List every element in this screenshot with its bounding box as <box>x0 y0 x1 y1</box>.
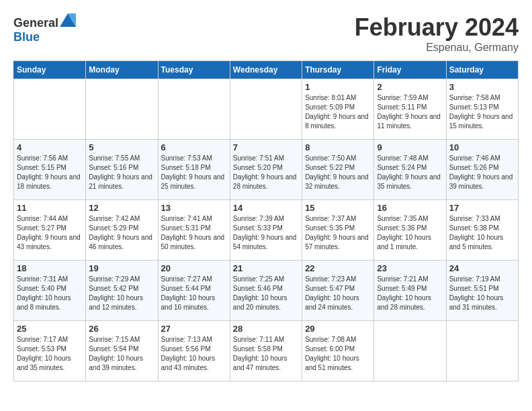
day-number: 27 <box>161 324 227 334</box>
calendar-week-row: 18Sunrise: 7:31 AMSunset: 5:40 PMDayligh… <box>14 261 519 321</box>
calendar-cell: 24Sunrise: 7:19 AMSunset: 5:51 PMDayligh… <box>446 261 518 321</box>
day-number: 19 <box>89 263 154 273</box>
day-number: 9 <box>377 142 443 152</box>
day-number: 28 <box>233 324 299 334</box>
day-number: 18 <box>17 263 83 273</box>
day-number: 20 <box>161 263 227 273</box>
day-info: Sunrise: 7:46 AMSunset: 5:26 PMDaylight:… <box>449 154 515 191</box>
month-year-title: February 2024 <box>355 13 519 42</box>
day-number: 1 <box>305 82 371 92</box>
calendar-cell: 4Sunrise: 7:56 AMSunset: 5:15 PMDaylight… <box>14 140 86 200</box>
calendar-cell: 25Sunrise: 7:17 AMSunset: 5:53 PMDayligh… <box>14 321 86 381</box>
day-number: 15 <box>305 203 371 213</box>
calendar-cell: 21Sunrise: 7:25 AMSunset: 5:46 PMDayligh… <box>230 261 302 321</box>
calendar-cell <box>446 321 518 381</box>
day-info: Sunrise: 7:31 AMSunset: 5:40 PMDaylight:… <box>17 275 83 312</box>
day-number: 14 <box>233 203 299 213</box>
calendar-week-row: 1Sunrise: 8:01 AMSunset: 5:09 PMDaylight… <box>14 79 519 140</box>
day-number: 13 <box>161 203 227 213</box>
day-info: Sunrise: 7:48 AMSunset: 5:24 PMDaylight:… <box>377 154 443 191</box>
logo-general: General <box>13 16 58 30</box>
weekday-header: Monday <box>86 61 158 79</box>
calendar-cell: 17Sunrise: 7:33 AMSunset: 5:38 PMDayligh… <box>446 200 518 261</box>
day-info: Sunrise: 7:58 AMSunset: 5:13 PMDaylight:… <box>449 93 515 131</box>
day-number: 7 <box>233 142 299 152</box>
calendar-cell: 18Sunrise: 7:31 AMSunset: 5:40 PMDayligh… <box>14 261 86 321</box>
weekday-header: Sunday <box>14 61 86 79</box>
day-info: Sunrise: 7:59 AMSunset: 5:11 PMDaylight:… <box>377 93 443 131</box>
day-info: Sunrise: 7:39 AMSunset: 5:33 PMDaylight:… <box>233 214 299 252</box>
weekday-header: Wednesday <box>230 61 302 79</box>
day-info: Sunrise: 7:19 AMSunset: 5:51 PMDaylight:… <box>449 275 515 312</box>
calendar-body: 1Sunrise: 8:01 AMSunset: 5:09 PMDaylight… <box>14 79 519 381</box>
calendar-cell: 16Sunrise: 7:35 AMSunset: 5:36 PMDayligh… <box>374 200 446 261</box>
calendar-cell: 10Sunrise: 7:46 AMSunset: 5:26 PMDayligh… <box>446 140 518 200</box>
day-info: Sunrise: 7:51 AMSunset: 5:20 PMDaylight:… <box>233 154 299 191</box>
calendar-week-row: 25Sunrise: 7:17 AMSunset: 5:53 PMDayligh… <box>14 321 519 381</box>
weekday-header: Friday <box>374 61 446 79</box>
calendar-week-row: 4Sunrise: 7:56 AMSunset: 5:15 PMDaylight… <box>14 140 519 200</box>
day-info: Sunrise: 7:35 AMSunset: 5:36 PMDaylight:… <box>377 214 443 252</box>
calendar-cell: 22Sunrise: 7:23 AMSunset: 5:47 PMDayligh… <box>302 261 374 321</box>
calendar-cell <box>230 79 302 140</box>
day-number: 11 <box>17 203 83 213</box>
logo-blue: Blue <box>13 30 40 44</box>
day-number: 24 <box>449 263 515 273</box>
day-info: Sunrise: 8:01 AMSunset: 5:09 PMDaylight:… <box>305 93 371 131</box>
calendar-cell: 14Sunrise: 7:39 AMSunset: 5:33 PMDayligh… <box>230 200 302 261</box>
day-info: Sunrise: 7:21 AMSunset: 5:49 PMDaylight:… <box>377 275 443 312</box>
day-info: Sunrise: 7:44 AMSunset: 5:27 PMDaylight:… <box>17 214 83 252</box>
day-number: 22 <box>305 263 371 273</box>
calendar-cell: 2Sunrise: 7:59 AMSunset: 5:11 PMDaylight… <box>374 79 446 140</box>
logo: General Blue <box>13 13 76 44</box>
day-info: Sunrise: 7:41 AMSunset: 5:31 PMDaylight:… <box>161 214 227 252</box>
logo-text: General Blue <box>13 13 76 44</box>
day-info: Sunrise: 7:42 AMSunset: 5:29 PMDaylight:… <box>89 214 154 252</box>
day-info: Sunrise: 7:11 AMSunset: 5:58 PMDaylight:… <box>233 335 299 373</box>
calendar-cell: 27Sunrise: 7:13 AMSunset: 5:56 PMDayligh… <box>158 321 230 381</box>
day-number: 29 <box>305 324 371 334</box>
calendar-table: SundayMondayTuesdayWednesdayThursdayFrid… <box>13 60 519 381</box>
day-number: 10 <box>449 142 515 152</box>
day-info: Sunrise: 7:17 AMSunset: 5:53 PMDaylight:… <box>17 335 83 373</box>
day-info: Sunrise: 7:37 AMSunset: 5:35 PMDaylight:… <box>305 214 371 252</box>
calendar-cell: 29Sunrise: 7:08 AMSunset: 6:00 PMDayligh… <box>302 321 374 381</box>
calendar-cell: 28Sunrise: 7:11 AMSunset: 5:58 PMDayligh… <box>230 321 302 381</box>
calendar-week-row: 11Sunrise: 7:44 AMSunset: 5:27 PMDayligh… <box>14 200 519 261</box>
calendar-cell: 12Sunrise: 7:42 AMSunset: 5:29 PMDayligh… <box>86 200 158 261</box>
calendar-header-row: SundayMondayTuesdayWednesdayThursdayFrid… <box>14 61 519 79</box>
calendar-cell: 1Sunrise: 8:01 AMSunset: 5:09 PMDaylight… <box>302 79 374 140</box>
day-info: Sunrise: 7:08 AMSunset: 6:00 PMDaylight:… <box>305 335 371 373</box>
calendar-cell: 3Sunrise: 7:58 AMSunset: 5:13 PMDaylight… <box>446 79 518 140</box>
calendar-cell: 8Sunrise: 7:50 AMSunset: 5:22 PMDaylight… <box>302 140 374 200</box>
weekday-header: Thursday <box>302 61 374 79</box>
day-number: 8 <box>305 142 371 152</box>
day-info: Sunrise: 7:50 AMSunset: 5:22 PMDaylight:… <box>305 154 371 191</box>
day-number: 5 <box>89 142 154 152</box>
location-subtitle: Espenau, Germany <box>355 42 519 54</box>
calendar-cell: 6Sunrise: 7:53 AMSunset: 5:18 PMDaylight… <box>158 140 230 200</box>
day-number: 4 <box>17 142 83 152</box>
day-number: 16 <box>377 203 443 213</box>
calendar-cell: 7Sunrise: 7:51 AMSunset: 5:20 PMDaylight… <box>230 140 302 200</box>
day-number: 17 <box>449 203 515 213</box>
day-info: Sunrise: 7:53 AMSunset: 5:18 PMDaylight:… <box>161 154 227 191</box>
day-number: 2 <box>377 82 443 92</box>
day-info: Sunrise: 7:33 AMSunset: 5:38 PMDaylight:… <box>449 214 515 252</box>
day-number: 6 <box>161 142 227 152</box>
day-info: Sunrise: 7:27 AMSunset: 5:44 PMDaylight:… <box>161 275 227 312</box>
calendar-cell <box>158 79 230 140</box>
day-number: 12 <box>89 203 154 213</box>
calendar-cell: 20Sunrise: 7:27 AMSunset: 5:44 PMDayligh… <box>158 261 230 321</box>
calendar-cell: 19Sunrise: 7:29 AMSunset: 5:42 PMDayligh… <box>86 261 158 321</box>
day-info: Sunrise: 7:56 AMSunset: 5:15 PMDaylight:… <box>17 154 83 191</box>
calendar-cell <box>374 321 446 381</box>
day-info: Sunrise: 7:55 AMSunset: 5:16 PMDaylight:… <box>89 154 154 191</box>
weekday-header: Saturday <box>446 61 518 79</box>
day-info: Sunrise: 7:25 AMSunset: 5:46 PMDaylight:… <box>233 275 299 312</box>
calendar-cell: 5Sunrise: 7:55 AMSunset: 5:16 PMDaylight… <box>86 140 158 200</box>
day-number: 23 <box>377 263 443 273</box>
day-info: Sunrise: 7:13 AMSunset: 5:56 PMDaylight:… <box>161 335 227 373</box>
weekday-header: Tuesday <box>158 61 230 79</box>
calendar-cell: 11Sunrise: 7:44 AMSunset: 5:27 PMDayligh… <box>14 200 86 261</box>
